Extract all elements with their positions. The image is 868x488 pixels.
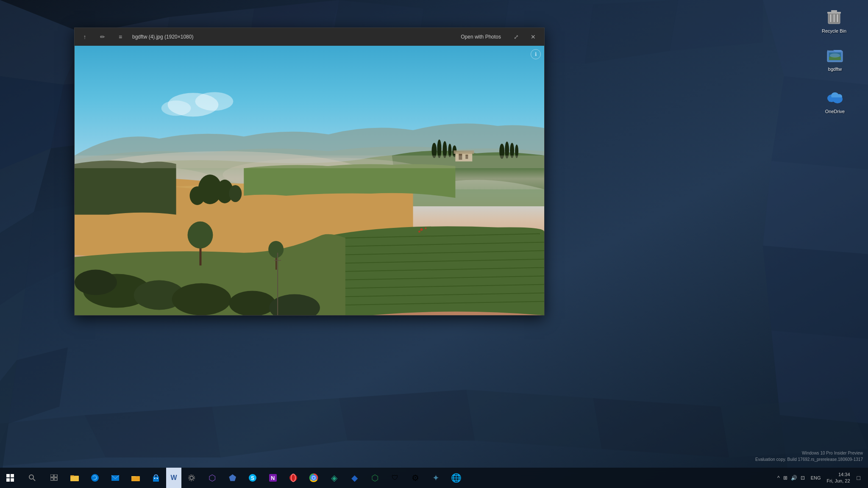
svg-point-91 — [195, 92, 233, 111]
taskbar-file-explorer[interactable] — [64, 468, 85, 488]
taskbar-defender[interactable]: 🛡 — [385, 468, 405, 488]
taskbar-right: ^ ⊞ 🔊 ⊡ ENG 14:34 Fri, Jun, 22 □ — [773, 468, 868, 488]
tray-network-icon[interactable]: ⊞ — [782, 474, 788, 482]
svg-rect-46 — [829, 97, 842, 102]
taskbar-store[interactable] — [146, 468, 166, 488]
landscape-image — [75, 46, 544, 315]
onedrive-label: OneDrive — [825, 108, 845, 114]
pen-toolbar-button[interactable]: ✏ — [97, 31, 108, 43]
start-button[interactable] — [0, 468, 20, 488]
svg-rect-97 — [6, 474, 10, 477]
svg-point-87 — [268, 241, 284, 258]
taskbar-app-extra2[interactable]: 🌐 — [446, 468, 466, 488]
svg-point-120 — [289, 474, 297, 482]
recycle-bin-icon-image — [824, 6, 844, 26]
titlebar-left: ↑ ✏ ≡ bgdftw (4).jpg (1920×1080) — [79, 31, 193, 43]
task-view-button[interactable] — [44, 468, 64, 488]
system-tray: ^ ⊞ 🔊 ⊡ ENG 14:34 Fri, Jun, 22 □ — [773, 471, 865, 485]
svg-point-101 — [29, 475, 33, 479]
taskbar-explorer[interactable] — [125, 468, 146, 488]
window-maximize-button[interactable]: ⤢ — [509, 30, 523, 44]
svg-rect-58 — [453, 150, 474, 154]
photo-image-area: ℹ — [75, 46, 544, 315]
svg-point-124 — [312, 477, 315, 479]
tray-icons-area: ^ ⊞ 🔊 ⊡ — [776, 474, 806, 482]
tray-chevron[interactable]: ^ — [776, 474, 781, 482]
svg-marker-29 — [466, 390, 602, 449]
taskbar-apps: W ⬡ ⬟ S N — [64, 468, 466, 488]
svg-point-96 — [418, 230, 420, 233]
taskbar-app-extra1[interactable]: ✦ — [426, 468, 446, 488]
svg-rect-111 — [153, 477, 159, 482]
taskbar-app-green[interactable]: ⬡ — [364, 468, 385, 488]
svg-point-92 — [161, 100, 191, 116]
svg-text:S: S — [251, 475, 254, 481]
taskbar-onenote[interactable]: N — [263, 468, 283, 488]
task-view-icon — [50, 474, 58, 481]
svg-marker-24 — [670, 0, 763, 51]
onedrive-desktop-icon[interactable]: OneDrive — [818, 85, 852, 116]
svg-marker-28 — [339, 390, 475, 441]
svg-point-68 — [229, 185, 242, 202]
svg-marker-30 — [593, 398, 729, 458]
svg-rect-99 — [6, 478, 10, 482]
clock-time: 14:34 — [838, 471, 850, 478]
share-toolbar-button[interactable]: ↑ — [79, 31, 91, 43]
tray-volume-icon[interactable]: 🔊 — [790, 474, 798, 482]
svg-rect-107 — [70, 476, 79, 481]
taskbar-app-dark-blue[interactable]: ◆ — [344, 468, 364, 488]
taskbar-word[interactable]: W — [166, 468, 181, 488]
tray-battery-icon[interactable]: ⊡ — [800, 474, 806, 482]
svg-rect-106 — [54, 478, 57, 480]
notification-icon[interactable]: □ — [856, 474, 861, 482]
svg-rect-93 — [75, 155, 544, 168]
onedrive-icon-image — [825, 86, 845, 107]
svg-rect-105 — [50, 478, 53, 480]
svg-point-108 — [91, 474, 99, 482]
open-with-photos-link[interactable]: Open with Photos — [461, 34, 501, 40]
list-toolbar-button[interactable]: ≡ — [114, 31, 126, 43]
svg-point-112 — [154, 478, 156, 479]
taskbar-settings2[interactable]: ⚙ — [405, 468, 426, 488]
svg-point-94 — [420, 228, 423, 231]
svg-rect-100 — [11, 478, 14, 482]
taskbar-chrome[interactable] — [303, 468, 324, 488]
svg-point-41 — [830, 53, 840, 58]
svg-rect-103 — [50, 474, 53, 477]
photo-viewer-window: ↑ ✏ ≡ bgdftw (4).jpg (1920×1080) Open wi… — [74, 28, 545, 316]
svg-marker-17 — [763, 246, 868, 339]
window-close-button[interactable]: ✕ — [526, 30, 540, 44]
svg-point-67 — [190, 186, 205, 205]
search-button[interactable] — [20, 468, 44, 488]
recycle-bin-label: Recycle Bin — [822, 28, 846, 34]
taskbar-skype[interactable]: S — [242, 468, 263, 488]
svg-rect-104 — [54, 474, 57, 477]
taskbar-app-purple[interactable]: ⬡ — [202, 468, 222, 488]
svg-text:N: N — [271, 475, 275, 481]
windows-logo-icon — [6, 474, 14, 482]
svg-point-85 — [188, 222, 213, 249]
svg-point-49 — [437, 139, 441, 158]
taskbar-app-blue[interactable]: ⬟ — [222, 468, 242, 488]
svg-point-82 — [229, 291, 275, 315]
taskbar-settings[interactable] — [181, 468, 202, 488]
svg-point-113 — [157, 478, 158, 479]
image-info-button[interactable]: ℹ — [531, 49, 541, 59]
svg-point-79 — [75, 270, 117, 295]
window-titlebar: ↑ ✏ ≡ bgdftw (4).jpg (1920×1080) Open wi… — [75, 28, 544, 46]
svg-marker-31 — [721, 398, 868, 458]
bgdftw-icon-image — [825, 44, 845, 64]
recycle-bin-desktop-icon[interactable]: Recycle Bin — [817, 4, 851, 36]
taskbar-opera[interactable] — [283, 468, 303, 488]
taskbar-left: W ⬡ ⬟ S N — [0, 468, 466, 488]
bgdftw-desktop-icon[interactable]: bgdftw — [818, 42, 852, 74]
svg-rect-33 — [827, 12, 841, 14]
svg-point-95 — [425, 227, 427, 229]
svg-marker-16 — [763, 161, 868, 254]
tray-language[interactable]: ENG — [810, 474, 822, 481]
taskbar-app-teal[interactable]: ◈ — [324, 468, 344, 488]
taskbar-mail[interactable] — [105, 468, 125, 488]
taskbar-edge[interactable] — [85, 468, 105, 488]
clock-area[interactable]: 14:34 Fri, Jun, 22 — [824, 471, 853, 485]
search-icon — [28, 474, 36, 482]
